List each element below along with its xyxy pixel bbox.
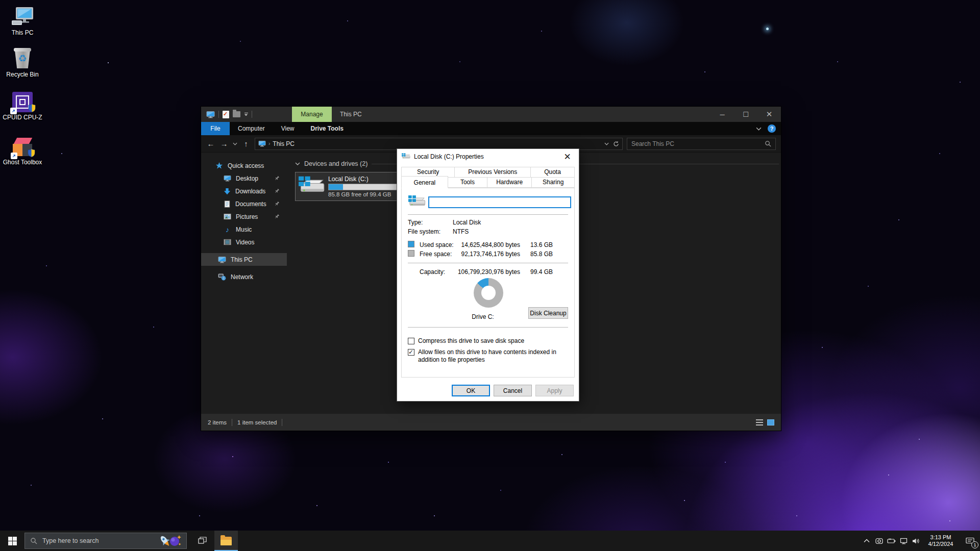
- sidebar-item-pictures[interactable]: Pictures: [201, 210, 287, 223]
- computer-icon: [206, 111, 215, 118]
- sidebar-item-downloads[interactable]: Downloads: [201, 185, 287, 197]
- large-icons-view-icon[interactable]: [767, 419, 774, 425]
- action-center-button[interactable]: 1: [960, 531, 980, 551]
- desktop-icon-label: This PC: [0, 30, 45, 36]
- index-checkbox-label: Allow files on this drive to have conten…: [418, 348, 569, 364]
- refresh-icon[interactable]: [613, 141, 619, 147]
- sidebar-item-music[interactable]: ♪ Music: [201, 223, 287, 236]
- minimize-button[interactable]: ─: [710, 107, 734, 122]
- details-view-icon[interactable]: [756, 419, 763, 425]
- desktop-icon-ghost-toolbox[interactable]: Ghost Toolbox: [0, 134, 45, 166]
- tab-general[interactable]: General: [401, 176, 448, 188]
- file-explorer-icon: [220, 537, 232, 545]
- search-icon: [765, 140, 771, 147]
- desktop-icon-cpuz[interactable]: CPUID CPU-Z: [0, 89, 45, 121]
- starfield: [0, 0, 1, 1]
- compress-checkbox-label: Compress this drive to save disk space: [418, 337, 524, 345]
- cpuz-icon: [0, 89, 45, 112]
- sidebar-item-quick-access[interactable]: Quick access: [201, 159, 287, 172]
- clock-time: 3:13 PM: [925, 534, 957, 541]
- used-space-bytes: 14,625,484,800 bytes: [448, 241, 520, 248]
- customize-toolbar-icon[interactable]: [244, 113, 248, 116]
- capacity-bytes: 106,799,230,976 bytes: [448, 268, 520, 276]
- tab-computer[interactable]: Computer: [230, 122, 273, 135]
- tray-expand-icon[interactable]: [861, 531, 873, 551]
- task-view-button[interactable]: [191, 531, 214, 551]
- ok-button[interactable]: OK: [452, 385, 490, 396]
- recent-locations-icon[interactable]: [233, 142, 237, 145]
- address-bar[interactable]: › This PC: [255, 138, 623, 150]
- tray-volume-icon[interactable]: [910, 531, 922, 551]
- disk-cleanup-button[interactable]: Disk Cleanup: [528, 307, 568, 319]
- up-icon[interactable]: ↑: [241, 139, 251, 148]
- window-controls: ─ ☐ ✕: [710, 107, 781, 122]
- tray-capture-icon[interactable]: [873, 531, 885, 551]
- tab-quota[interactable]: Quota: [530, 167, 575, 178]
- cancel-button[interactable]: Cancel: [494, 385, 532, 396]
- tab-view[interactable]: View: [273, 122, 303, 135]
- tray-network-icon[interactable]: [897, 531, 910, 551]
- explorer-titlebar: Manage This PC ─ ☐ ✕: [201, 107, 781, 122]
- sidebar-item-videos[interactable]: Videos: [201, 236, 287, 248]
- sidebar-item-documents[interactable]: Documents: [201, 197, 287, 210]
- sidebar-item-this-pc[interactable]: This PC: [201, 253, 287, 266]
- address-dropdown-icon[interactable]: [604, 142, 609, 145]
- taskbar-clock[interactable]: 3:13 PM 4/12/2024: [925, 534, 957, 547]
- volume-label-input[interactable]: [428, 196, 571, 208]
- drive-icon: [402, 153, 410, 160]
- status-bar: 2 items 1 item selected: [201, 414, 781, 431]
- tray-battery-icon[interactable]: [885, 531, 897, 551]
- tab-sharing[interactable]: Sharing: [531, 177, 575, 188]
- search-box[interactable]: Search This PC: [627, 138, 776, 150]
- breadcrumb[interactable]: This PC: [273, 140, 295, 147]
- tab-file[interactable]: File: [201, 122, 230, 135]
- desktop-icon: [224, 175, 231, 182]
- sidebar-item-desktop[interactable]: Desktop: [201, 172, 287, 185]
- pin-icon: [274, 214, 280, 219]
- clock-date: 4/12/2024: [925, 541, 957, 547]
- close-button[interactable]: ✕: [757, 107, 781, 122]
- taskbar: Type here to search: [0, 531, 980, 551]
- capacity-donut: [474, 278, 503, 308]
- desktop-icon-recycle-bin[interactable]: ♻ Recycle Bin: [0, 46, 45, 78]
- downloads-icon: [224, 188, 231, 195]
- search-highlight-graphic[interactable]: [158, 534, 181, 548]
- system-tray: 3:13 PM 4/12/2024 1: [861, 531, 980, 551]
- pictures-icon: [224, 213, 231, 220]
- file-explorer-taskbar-button[interactable]: [214, 531, 238, 551]
- properties-icon[interactable]: [223, 111, 229, 118]
- apply-button[interactable]: Apply: [535, 385, 574, 396]
- index-checkbox-row[interactable]: Allow files on this drive to have conten…: [408, 348, 569, 364]
- sidebar-item-network[interactable]: Network: [201, 270, 287, 283]
- file-system-value: NTFS: [453, 228, 469, 235]
- compress-checkbox[interactable]: [408, 338, 414, 344]
- compress-checkbox-row[interactable]: Compress this drive to save disk space: [408, 337, 569, 345]
- tab-previous-versions[interactable]: Previous Versions: [454, 167, 531, 178]
- ribbon-tab-strip: File Computer View Drive Tools ?: [201, 122, 781, 135]
- this-pc-icon: [258, 140, 266, 147]
- drive-icon: [299, 176, 325, 197]
- dialog-close-icon[interactable]: ✕: [556, 149, 579, 164]
- start-button[interactable]: [0, 531, 24, 551]
- capacity-label: Capacity:: [420, 268, 445, 276]
- index-checkbox[interactable]: [408, 349, 414, 356]
- forward-icon[interactable]: →: [219, 139, 229, 148]
- used-space-swatch: [408, 241, 414, 247]
- back-icon[interactable]: ←: [206, 139, 215, 148]
- tab-drive-tools[interactable]: Drive Tools: [302, 122, 351, 135]
- breadcrumb-separator: ›: [268, 141, 270, 146]
- collapse-group-icon[interactable]: [295, 162, 300, 165]
- new-folder-icon[interactable]: [233, 111, 240, 117]
- help-icon[interactable]: ?: [768, 124, 776, 133]
- taskbar-search[interactable]: Type here to search: [24, 533, 187, 549]
- recycle-bin-icon: ♻: [0, 46, 45, 69]
- ribbon-manage-tab[interactable]: Manage: [292, 107, 332, 122]
- desktop-icon-label: Recycle Bin: [0, 71, 45, 78]
- file-system-label: File system:: [408, 228, 440, 235]
- capacity-size: 99.4 GB: [524, 268, 553, 276]
- collapse-ribbon-icon[interactable]: [756, 127, 762, 131]
- tab-tools[interactable]: Tools: [448, 177, 487, 188]
- maximize-button[interactable]: ☐: [734, 107, 757, 122]
- desktop-icon-this-pc[interactable]: This PC: [0, 4, 45, 36]
- tab-hardware[interactable]: Hardware: [487, 177, 532, 188]
